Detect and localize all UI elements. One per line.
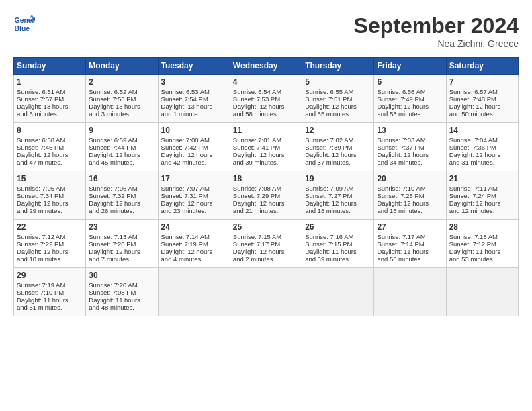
- calendar-day-cell: 28Sunrise: 7:18 AMSunset: 7:12 PMDayligh…: [446, 220, 518, 268]
- day-info: and 59 minutes.: [305, 255, 371, 263]
- day-info: and 2 minutes.: [233, 255, 299, 263]
- col-monday: Monday: [86, 58, 158, 75]
- day-info: Daylight: 12 hours: [233, 103, 299, 110]
- calendar-week-row: 15Sunrise: 7:05 AMSunset: 7:34 PMDayligh…: [14, 171, 519, 220]
- day-info: and 55 minutes.: [305, 110, 371, 118]
- day-info: and 6 minutes.: [17, 110, 83, 118]
- day-info: Daylight: 12 hours: [17, 248, 83, 255]
- day-info: and 58 minutes.: [233, 110, 299, 118]
- calendar-day-cell: 23Sunrise: 7:13 AMSunset: 7:20 PMDayligh…: [86, 220, 158, 268]
- day-info: Sunrise: 7:13 AM: [89, 233, 154, 240]
- day-info: Sunset: 7:49 PM: [377, 95, 443, 103]
- day-info: Daylight: 12 hours: [233, 248, 299, 255]
- svg-text:General: General: [15, 17, 35, 24]
- col-thursday: Thursday: [302, 58, 374, 75]
- day-info: Daylight: 11 hours: [377, 248, 443, 255]
- day-number: 2: [89, 77, 154, 87]
- day-info: Sunrise: 7:02 AM: [305, 136, 371, 144]
- day-info: Daylight: 12 hours: [17, 151, 83, 158]
- calendar-day-cell: 24Sunrise: 7:14 AMSunset: 7:19 PMDayligh…: [158, 220, 230, 268]
- day-info: Sunset: 7:37 PM: [377, 144, 443, 151]
- day-number: 6: [377, 77, 443, 87]
- calendar-header-row: Sunday Monday Tuesday Wednesday Thursday…: [14, 58, 519, 75]
- calendar-day-cell: 22Sunrise: 7:12 AMSunset: 7:22 PMDayligh…: [14, 220, 86, 268]
- day-number: 11: [233, 126, 299, 135]
- day-info: and 31 minutes.: [449, 158, 515, 166]
- day-info: Sunset: 7:20 PM: [89, 240, 154, 248]
- day-info: Sunrise: 6:58 AM: [17, 136, 83, 144]
- day-info: Daylight: 13 hours: [161, 103, 227, 110]
- day-info: Daylight: 12 hours: [89, 151, 154, 158]
- day-info: Sunset: 7:08 PM: [89, 289, 154, 296]
- day-info: Sunset: 7:31 PM: [161, 192, 227, 199]
- calendar-table: Sunday Monday Tuesday Wednesday Thursday…: [13, 57, 519, 316]
- calendar-week-row: 22Sunrise: 7:12 AMSunset: 7:22 PMDayligh…: [14, 220, 519, 268]
- day-info: Sunrise: 6:59 AM: [89, 136, 154, 144]
- day-number: 22: [17, 222, 83, 232]
- day-info: Daylight: 12 hours: [89, 199, 154, 207]
- day-info: Sunrise: 6:55 AM: [305, 88, 371, 95]
- day-info: Sunrise: 7:15 AM: [233, 233, 299, 240]
- day-info: Sunset: 7:10 PM: [17, 289, 83, 296]
- location: Nea Zichni, Greece: [354, 38, 519, 49]
- day-number: 13: [377, 126, 443, 135]
- day-info: Sunset: 7:22 PM: [17, 240, 83, 248]
- day-number: 23: [89, 222, 154, 232]
- calendar-day-cell: 17Sunrise: 7:07 AMSunset: 7:31 PMDayligh…: [158, 171, 230, 220]
- calendar-day-cell: 9Sunrise: 6:59 AMSunset: 7:44 PMDaylight…: [86, 123, 158, 171]
- day-info: Sunset: 7:19 PM: [161, 240, 227, 248]
- day-info: Sunrise: 7:08 AM: [233, 185, 299, 192]
- day-info: and 51 minutes.: [17, 304, 83, 311]
- day-info: Sunrise: 7:16 AM: [305, 233, 371, 240]
- calendar-day-cell: 18Sunrise: 7:08 AMSunset: 7:29 PMDayligh…: [230, 171, 302, 220]
- day-info: Sunrise: 7:17 AM: [377, 233, 443, 240]
- day-info: and 29 minutes.: [17, 207, 83, 214]
- calendar-day-cell: 1Sunrise: 6:51 AMSunset: 7:57 PMDaylight…: [14, 75, 86, 123]
- day-number: 9: [89, 126, 154, 135]
- day-number: 1: [17, 77, 83, 87]
- day-info: Daylight: 12 hours: [233, 199, 299, 207]
- day-number: 4: [233, 77, 299, 87]
- col-wednesday: Wednesday: [230, 58, 302, 75]
- day-info: and 10 minutes.: [17, 255, 83, 263]
- day-number: 26: [305, 222, 371, 232]
- day-info: and 53 minutes.: [377, 110, 443, 118]
- day-number: 30: [89, 271, 154, 280]
- day-info: Sunrise: 7:11 AM: [449, 185, 515, 192]
- day-info: and 39 minutes.: [233, 158, 299, 166]
- calendar-day-cell: 10Sunrise: 7:00 AMSunset: 7:42 PMDayligh…: [158, 123, 230, 171]
- day-info: and 4 minutes.: [161, 255, 227, 263]
- calendar-day-cell: 6Sunrise: 6:56 AMSunset: 7:49 PMDaylight…: [374, 75, 446, 123]
- day-info: Sunset: 7:53 PM: [233, 95, 299, 103]
- day-info: Daylight: 12 hours: [89, 248, 154, 255]
- day-info: Sunrise: 7:09 AM: [305, 185, 371, 192]
- day-info: Daylight: 11 hours: [305, 248, 371, 255]
- day-info: Sunrise: 7:19 AM: [17, 281, 83, 289]
- day-info: Daylight: 12 hours: [305, 103, 371, 110]
- calendar-day-cell: 15Sunrise: 7:05 AMSunset: 7:34 PMDayligh…: [14, 171, 86, 220]
- day-info: and 1 minute.: [161, 110, 227, 118]
- day-info: Sunrise: 7:01 AM: [233, 136, 299, 144]
- day-info: Sunrise: 6:53 AM: [161, 88, 227, 95]
- day-info: and 23 minutes.: [161, 207, 227, 214]
- day-info: and 18 minutes.: [305, 207, 371, 214]
- day-info: Sunset: 7:24 PM: [449, 192, 515, 199]
- calendar-week-row: 29Sunrise: 7:19 AMSunset: 7:10 PMDayligh…: [14, 268, 519, 316]
- day-info: Daylight: 11 hours: [449, 248, 515, 255]
- day-info: and 26 minutes.: [89, 207, 154, 214]
- day-info: Sunset: 7:27 PM: [305, 192, 371, 199]
- day-number: 10: [161, 126, 227, 135]
- day-info: Sunrise: 7:05 AM: [17, 185, 83, 192]
- calendar-day-cell: 8Sunrise: 6:58 AMSunset: 7:46 PMDaylight…: [14, 123, 86, 171]
- day-number: 14: [449, 126, 515, 135]
- day-info: and 42 minutes.: [161, 158, 227, 166]
- calendar-week-row: 1Sunrise: 6:51 AMSunset: 7:57 PMDaylight…: [14, 75, 519, 123]
- day-info: Sunset: 7:46 PM: [17, 144, 83, 151]
- day-info: Daylight: 12 hours: [17, 199, 83, 207]
- col-sunday: Sunday: [14, 58, 86, 75]
- day-info: and 56 minutes.: [377, 255, 443, 263]
- calendar-week-row: 8Sunrise: 6:58 AMSunset: 7:46 PMDaylight…: [14, 123, 519, 171]
- day-number: 25: [233, 222, 299, 232]
- day-info: Daylight: 12 hours: [449, 151, 515, 158]
- day-info: Sunrise: 7:00 AM: [161, 136, 227, 144]
